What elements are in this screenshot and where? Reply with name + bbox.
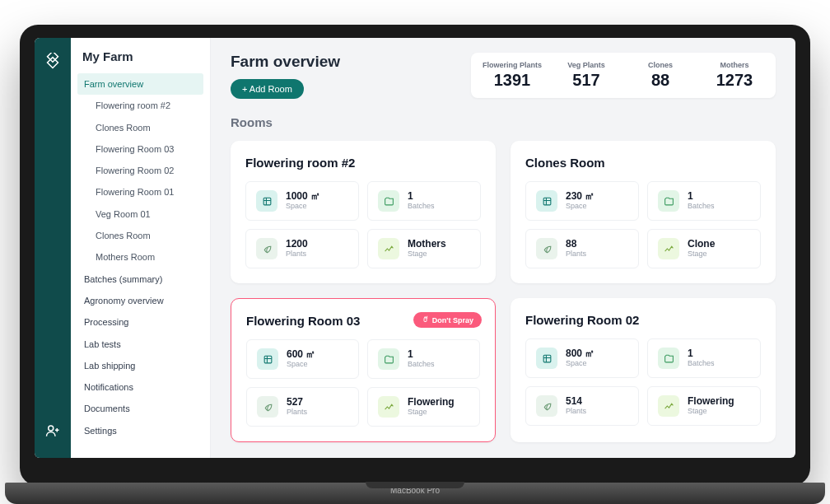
svg-rect-6: [264, 356, 272, 363]
sidebar-item-3[interactable]: Flowering Room 03: [77, 138, 203, 160]
stat-0: Flowering Plants1391: [483, 61, 542, 90]
sidebar-item-0[interactable]: Farm overview: [77, 73, 203, 95]
room-card-0[interactable]: Flowering room #21000 ㎡Space1Batches1200…: [231, 141, 496, 283]
sidebar-item-11[interactable]: Processing: [77, 311, 203, 333]
stat-value: 1273: [705, 71, 764, 90]
metric-value: 1200: [286, 239, 308, 250]
metric-value: 600 ㎡: [287, 349, 315, 360]
sidebar: My Farm Farm overviewFlowering room #2Cl…: [71, 38, 211, 458]
add-room-button[interactable]: + Add Room: [231, 79, 304, 99]
app-rail: [35, 38, 71, 458]
metric-value: 1: [688, 191, 715, 202]
metric-label: Batches: [408, 361, 435, 369]
space-icon: [536, 348, 557, 369]
stat-label: Flowering Plants: [483, 61, 542, 69]
batches-icon: [378, 348, 399, 370]
page-title: Farm overview: [231, 53, 340, 71]
space-icon: [536, 190, 557, 212]
space-icon: [256, 190, 277, 212]
stat-3: Mothers1273: [705, 61, 764, 90]
room-card-3[interactable]: Flowering Room 02800 ㎡Space1Batches514Pl…: [511, 298, 776, 442]
room-name: Clones Room: [525, 156, 761, 170]
stat-2: Clones88: [631, 61, 690, 90]
metric-label: Plants: [286, 250, 308, 259]
metric-value: 1000 ㎡: [286, 191, 320, 202]
plants-icon: [257, 396, 278, 418]
batches-icon: [658, 348, 679, 369]
svg-point-2: [49, 426, 54, 431]
metric-label: Plants: [566, 250, 586, 259]
sidebar-item-15[interactable]: Documents: [77, 398, 203, 419]
metric-value: 514: [566, 396, 586, 407]
room-card-1[interactable]: Clones Room230 ㎡Space1Batches88PlantsClo…: [511, 141, 776, 283]
metric-value: Clone: [688, 239, 715, 250]
room-name: Flowering room #2: [245, 156, 481, 170]
metric-label: Stage: [408, 250, 446, 259]
sidebar-item-14[interactable]: Notifications: [77, 376, 203, 398]
stat-label: Veg Plants: [557, 61, 616, 69]
metric-label: Stage: [408, 408, 455, 417]
sidebar-item-8[interactable]: Mothers Room: [77, 246, 203, 268]
metric-batches: 1Batches: [367, 339, 480, 379]
metric-value: 1: [408, 349, 435, 360]
sidebar-item-9[interactable]: Batches (summary): [77, 268, 203, 290]
metric-value: 1: [688, 348, 715, 359]
sidebar-item-1[interactable]: Flowering room #2: [77, 95, 203, 116]
sidebar-item-12[interactable]: Lab tests: [77, 334, 203, 355]
svg-rect-7: [543, 355, 551, 362]
metric-space: 1000 ㎡Space: [245, 181, 359, 221]
plants-icon: [256, 238, 277, 259]
metric-label: Batches: [408, 203, 435, 211]
stage-icon: [378, 396, 399, 418]
room-card-2[interactable]: Flowering Room 03Don't Spray600 ㎡Space1B…: [231, 298, 496, 442]
add-user-icon[interactable]: [45, 423, 60, 441]
metric-space: 800 ㎡Space: [525, 338, 639, 378]
sidebar-item-10[interactable]: Agronomy overview: [77, 290, 203, 311]
metric-label: Space: [566, 203, 595, 211]
svg-rect-3: [263, 198, 271, 205]
metric-value: 527: [287, 397, 307, 408]
sidebar-item-7[interactable]: Clones Room: [77, 225, 203, 246]
metric-label: Space: [566, 360, 595, 368]
svg-rect-5: [424, 318, 427, 322]
metric-label: Batches: [688, 203, 715, 211]
batches-icon: [378, 190, 399, 212]
metric-batches: 1Batches: [367, 181, 481, 221]
metric-stage: FloweringStage: [367, 387, 480, 427]
metric-value: Flowering: [688, 396, 734, 407]
plants-icon: [536, 395, 557, 417]
sidebar-item-5[interactable]: Flowering Room 01: [77, 181, 203, 203]
metric-label: Plants: [566, 408, 586, 416]
metric-stage: CloneStage: [647, 229, 761, 268]
stat-value: 88: [631, 71, 690, 90]
sidebar-item-13[interactable]: Lab shipping: [77, 355, 203, 376]
stage-icon: [658, 238, 679, 259]
metric-space: 600 ㎡Space: [246, 339, 359, 379]
laptop-base: MacBook Pro: [5, 483, 825, 504]
metric-label: Space: [287, 361, 315, 369]
metric-value: Mothers: [408, 239, 446, 250]
stat-label: Mothers: [705, 61, 764, 69]
stat-label: Clones: [631, 61, 690, 69]
batches-icon: [658, 190, 679, 212]
sidebar-item-2[interactable]: Clones Room: [77, 117, 203, 138]
logo-icon: [44, 53, 62, 74]
metric-space: 230 ㎡Space: [525, 181, 639, 221]
metric-plants: 88Plants: [525, 229, 639, 268]
summary-stats-card: Flowering Plants1391Veg Plants517Clones8…: [471, 53, 776, 98]
sidebar-title: My Farm: [77, 49, 203, 63]
metric-batches: 1Batches: [647, 338, 761, 378]
stage-icon: [658, 395, 679, 417]
plants-icon: [536, 238, 557, 259]
metric-value: 1: [408, 191, 435, 202]
sidebar-item-4[interactable]: Flowering Room 02: [77, 160, 203, 181]
stat-value: 517: [557, 71, 616, 90]
metric-plants: 527Plants: [246, 387, 359, 427]
stat-1: Veg Plants517: [557, 61, 616, 90]
sidebar-item-16[interactable]: Settings: [77, 420, 203, 441]
metric-label: Stage: [688, 408, 734, 416]
sidebar-item-6[interactable]: Veg Room 01: [77, 203, 203, 225]
room-name: Flowering Room 02: [525, 313, 761, 327]
dont-spray-badge: Don't Spray: [413, 312, 482, 328]
metric-batches: 1Batches: [647, 181, 761, 221]
